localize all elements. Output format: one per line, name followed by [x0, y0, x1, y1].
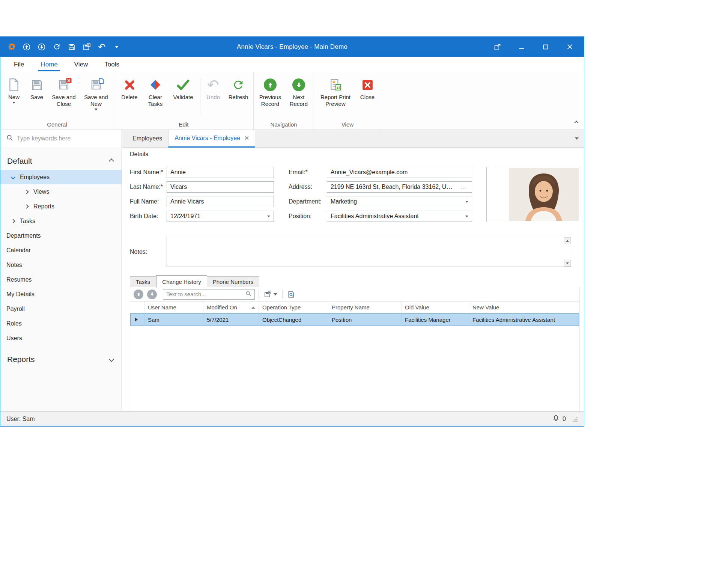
column-user-name[interactable]: User Name	[144, 302, 203, 313]
sidebar-item-notes[interactable]: Notes	[0, 258, 122, 272]
save-quick-icon[interactable]	[67, 42, 76, 51]
notes-scrollbar[interactable]	[564, 237, 571, 267]
move-down-button[interactable]	[147, 290, 157, 299]
close-tab-icon[interactable]	[245, 135, 249, 142]
grid-search-box[interactable]	[163, 289, 255, 300]
birth-date-field[interactable]: 12/24/1971	[167, 211, 274, 222]
save-button[interactable]: Save	[26, 75, 48, 119]
sidebar-item-my-details[interactable]: My Details	[0, 287, 122, 302]
nav-section-reports[interactable]: Reports	[0, 351, 122, 368]
sidebar-item-departments[interactable]: Departments	[0, 228, 122, 243]
menu-tools[interactable]: Tools	[96, 57, 128, 72]
popup-window-icon[interactable]	[486, 39, 510, 55]
detail-view-content: Details First Name:* Annie Last Name:* V…	[122, 148, 584, 411]
clear-tasks-button[interactable]: Clear Tasks	[143, 75, 167, 119]
ribbon-group-label-navigation: Navigation	[255, 119, 312, 130]
sidebar-item-users[interactable]: Users	[0, 331, 122, 345]
toolbar-separator	[259, 290, 259, 299]
tab-change-history[interactable]: Change History	[156, 275, 207, 288]
menu-view[interactable]: View	[66, 57, 96, 72]
sidebar-search[interactable]	[0, 130, 122, 147]
position-field[interactable]: Facilities Administrative Assistant	[327, 211, 472, 222]
menu-file[interactable]: File	[6, 57, 32, 72]
previous-record-button[interactable]: Previous Record	[255, 75, 285, 119]
save-and-close-button[interactable]: Save and Close	[48, 75, 80, 119]
close-window-button[interactable]	[558, 39, 582, 55]
print-preview-button[interactable]	[286, 290, 296, 299]
app-gear-icon[interactable]	[7, 42, 16, 51]
tab-phone-numbers[interactable]: Phone Numbers	[207, 276, 259, 287]
refresh-button[interactable]: Refresh	[225, 75, 252, 119]
ribbon-collapse-button[interactable]	[573, 119, 580, 127]
email-label: Email:*	[289, 167, 308, 178]
new-button[interactable]: New	[2, 75, 26, 119]
sidebar-item-roles[interactable]: Roles	[0, 316, 122, 331]
full-name-field[interactable]: Annie Vicars	[167, 196, 274, 207]
column-modified-on[interactable]: Modified On	[203, 302, 259, 313]
birth-date-dropdown-icon[interactable]	[267, 216, 270, 217]
sidebar-item-views[interactable]: Views	[0, 184, 122, 199]
sidebar-item-calendar[interactable]: Calendar	[0, 243, 122, 258]
sidebar-item-resumes[interactable]: Resumes	[0, 272, 122, 287]
validate-button[interactable]: Validate	[167, 75, 199, 119]
tab-list-dropdown-icon[interactable]	[575, 130, 579, 147]
department-dropdown-icon[interactable]	[465, 201, 468, 203]
menu-home[interactable]: Home	[32, 57, 66, 72]
address-browse-button[interactable]: ...	[459, 182, 468, 192]
ribbon-group-edit: Delete Clear Tasks Validate ↶	[114, 72, 254, 130]
nav-section-default[interactable]: Default	[0, 152, 122, 170]
sidebar-search-input[interactable]	[17, 135, 116, 142]
resize-grip[interactable]	[572, 416, 578, 422]
ribbon-group-view: Report Print Preview Close View	[314, 72, 381, 130]
maximize-button[interactable]	[534, 39, 558, 55]
statusbar-user: User: Sam	[6, 416, 35, 422]
position-dropdown-icon[interactable]	[465, 216, 468, 217]
refresh-quick-icon[interactable]	[52, 42, 61, 51]
save-layout-button[interactable]	[263, 289, 278, 299]
first-name-field[interactable]: Annie	[167, 167, 274, 178]
menubar: File Home View Tools	[0, 57, 584, 72]
cell-operation-type: ObjectChanged	[259, 314, 328, 326]
last-name-field[interactable]: Vicars	[167, 181, 274, 193]
notes-label: Notes:	[130, 246, 147, 258]
birth-date-label: Birth Date:	[130, 211, 158, 222]
sidebar-item-tasks[interactable]: Tasks	[0, 214, 122, 228]
qat-customize-dropdown-icon[interactable]	[112, 42, 121, 51]
document-tabstrip: Employees Annie Vicars - Employee	[122, 130, 584, 148]
sidebar-item-employees[interactable]: Employees	[0, 170, 122, 184]
grid-search-input[interactable]	[166, 291, 243, 297]
save-layout-dropdown-icon[interactable]	[274, 293, 277, 296]
scroll-up-icon[interactable]	[564, 237, 571, 244]
column-property-name[interactable]: Property Name	[328, 302, 402, 313]
save-layout-quick-icon[interactable]	[82, 42, 91, 51]
column-old-value[interactable]: Old Value	[402, 302, 469, 313]
previous-record-quick-icon[interactable]	[22, 42, 31, 51]
save-and-new-button[interactable]: Save and New	[80, 75, 112, 119]
undo-quick-icon[interactable]: ↶	[97, 42, 106, 51]
tab-annie-vicars-employee[interactable]: Annie Vicars - Employee	[168, 130, 255, 148]
scroll-down-icon[interactable]	[564, 260, 571, 267]
undo-button[interactable]: ↶ Undo	[202, 75, 225, 119]
next-record-quick-icon[interactable]	[37, 42, 46, 51]
close-view-button[interactable]: Close	[355, 75, 379, 119]
delete-button[interactable]: Delete	[116, 75, 143, 119]
email-field[interactable]: Annie_Vicars@example.com	[327, 167, 472, 178]
tab-tasks[interactable]: Tasks	[130, 276, 156, 287]
next-record-button[interactable]: Next Record	[285, 75, 312, 119]
window-controls	[458, 39, 582, 55]
notifications-bell-icon[interactable]	[552, 415, 560, 423]
notes-field[interactable]	[167, 237, 571, 267]
tab-employees[interactable]: Employees	[126, 130, 168, 147]
move-up-button[interactable]	[134, 290, 143, 299]
statusbar: User: Sam 0	[0, 411, 584, 426]
column-new-value[interactable]: New Value	[469, 302, 579, 313]
sidebar-item-payroll[interactable]: Payroll	[0, 302, 122, 316]
column-operation-type[interactable]: Operation Type	[259, 302, 328, 313]
sidebar-item-reports[interactable]: Reports	[0, 199, 122, 214]
department-field[interactable]: Marketing	[327, 196, 472, 207]
report-print-preview-button[interactable]: Report Print Preview	[316, 75, 355, 119]
address-field[interactable]: 2199 NE 163rd St, Beach, Florida 33162, …	[327, 181, 472, 193]
table-row[interactable]: Sam 5/7/2021 ObjectChanged Position Faci…	[130, 314, 579, 326]
minimize-button[interactable]	[510, 39, 534, 55]
change-history-grid: User Name Modified On Operation Type Pro…	[130, 287, 579, 411]
